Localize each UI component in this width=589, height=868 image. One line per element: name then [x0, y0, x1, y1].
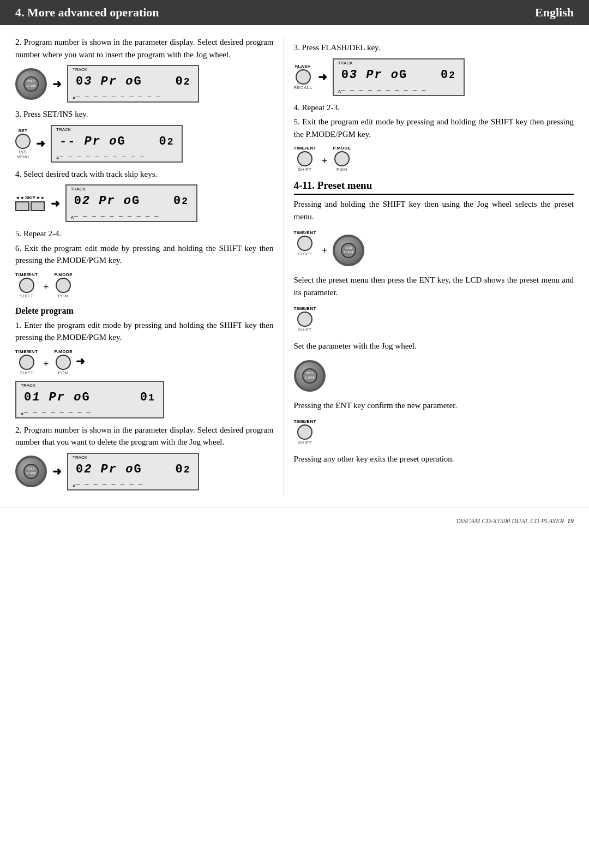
step4-diagram: ◄◄ SKIP ►► ➜ TRACK 02 Pr oG 02 A _ _ _ _…: [15, 184, 274, 222]
ins-label: INS: [19, 149, 27, 154]
right-step3-diagram: FLASH DEL RECALL ➜ TRACK 03 Pr oG 02 A _…: [294, 58, 574, 96]
plus-sign-right: +: [322, 155, 327, 167]
delete-heading: Delete program: [15, 306, 274, 316]
plus-sign-preset: +: [322, 245, 327, 256]
set-label: SET: [18, 128, 27, 133]
confirm-ent-circle: [297, 424, 312, 440]
arrow-icon: ➜: [52, 77, 62, 91]
del1-lcd-text: 01 Pr oG 01: [24, 391, 155, 404]
right3-a: A: [338, 89, 341, 94]
footer-text: TASCAM CD-X1500 DUAL CD PLAYER: [456, 517, 564, 525]
preset-ent-label: TIME/ENT: [294, 306, 316, 311]
preset-time-ent-circle: [297, 236, 312, 251]
recall-label: RECALL: [294, 85, 312, 90]
track-label3: TRACK: [71, 187, 86, 191]
del2-diagram: TASCAM ➜ TRACK 02 Pr oG 02 A _ _ _ _ _ _…: [15, 453, 274, 490]
step4-label: 4. Select desired track with track skip …: [15, 168, 274, 181]
set-param-text: Set the parameter with the Jog wheel.: [294, 340, 574, 352]
step3-label: 3. Press SET/INS key.: [15, 108, 274, 121]
confirm-ent-button: TIME/ENT SHIFT: [294, 419, 316, 445]
memo-label: MEMO: [17, 155, 29, 159]
arrow-del: ➜: [76, 355, 85, 368]
param-tascam: TASCAM: [305, 372, 314, 380]
del1-text: 1. Enter the program edit mode by pressi…: [15, 319, 274, 344]
page-number: 19: [567, 517, 574, 525]
preset-shift-label: SHIFT: [298, 252, 312, 256]
page-header: 4. More advanced operation English: [0, 0, 589, 25]
del2-track: TRACK: [73, 455, 87, 460]
preset-section-heading: 4-11. Preset menu: [294, 179, 574, 195]
track-label2: TRACK: [56, 127, 71, 132]
del-p-mode-button: P.MODE PGM: [55, 349, 73, 375]
page-wrapper: 4. More advanced operation English 2. Pr…: [0, 0, 589, 535]
step2-diagram: TASCAM ➜ TRACK 03 Pr oG 02 A _ _ _ _ _ _…: [15, 65, 274, 103]
param-jog-row: TASCAM: [294, 360, 574, 392]
footer: TASCAM CD-X1500 DUAL CD PLAYER 19: [0, 507, 589, 535]
plus-sign2: +: [43, 358, 49, 370]
preset-tascam: TASCAM: [344, 246, 353, 254]
lcd-text-step3: -- Pr oG 02: [59, 135, 174, 148]
lcd-text-step2: 03 Pr oG 02: [76, 75, 190, 88]
left-column: 2. Program number is shown in the parame…: [15, 36, 284, 496]
skip-btn-right: [31, 201, 45, 211]
preset-time-ent-button: TIME/ENT SHIFT: [294, 230, 316, 256]
arrow-right3: ➜: [318, 70, 327, 83]
language-label: English: [535, 5, 574, 20]
p-mode-button: P.MODE PGM: [55, 272, 73, 298]
time-ent-circle: [19, 278, 34, 293]
right-shift-label: SHIFT: [298, 167, 312, 172]
plus-sign: +: [43, 282, 49, 293]
right3-track: TRACK: [338, 61, 353, 65]
param-jog-wheel: TASCAM: [294, 360, 326, 392]
right-column: 3. Press FLASH/DEL key. FLASH DEL RECALL…: [284, 36, 574, 496]
a-label3: A: [71, 215, 74, 220]
time-ent-button: TIME/ENT SHIFT: [15, 272, 38, 298]
lcd-dashes: _ _ _ _ _ _ _ _ _ _: [76, 91, 190, 98]
lcd-display-step4: TRACK 02 Pr oG 02 A _ _ _ _ _ _ _ _ _ _: [65, 184, 197, 222]
step5-label: 5. Repeat 2-4.: [15, 228, 274, 240]
right-p-mode-label: P.MODE: [333, 146, 351, 151]
preset-intro: Pressing and holding the SHIFT key then …: [294, 198, 574, 223]
del-shift-label: SHIFT: [20, 370, 34, 375]
right-step3-label: 3. Press FLASH/DEL key.: [294, 41, 574, 54]
right3-dashes: _ _ _ _ _ _ _ _ _ _: [341, 84, 456, 92]
del2-dashes: _ _ _ _ _ _ _ _: [76, 478, 190, 486]
preset-ent-button: TIME/ENT SHIFT: [294, 306, 316, 332]
confirm-text: Pressing the ENT key confirm the new par…: [294, 399, 574, 412]
right-p-mode-circle: [334, 151, 350, 166]
preset-buttons-row: TIME/ENT SHIFT + TASCAM: [294, 230, 574, 266]
p-mode-label: P.MODE: [55, 272, 73, 277]
preset-jog-inner: TASCAM: [341, 243, 356, 258]
flash-button: FLASH DEL RECALL: [294, 64, 312, 90]
time-ent-label: TIME/ENT: [15, 272, 38, 277]
preset-select-text: Select the preset menu then press the EN…: [294, 274, 574, 298]
del1-a: A: [21, 411, 23, 416]
preset-ent-row: TIME/ENT SHIFT: [294, 306, 574, 332]
arrow-icon3: ➜: [51, 197, 60, 210]
del2-jog-inner: TASCAM: [23, 464, 39, 479]
jog-wheel: TASCAM: [15, 68, 47, 100]
flash-circle: DEL: [296, 69, 311, 85]
set-btn-circle: [15, 134, 31, 149]
step6-buttons: TIME/ENT SHIFT + P.MODE PGM: [15, 272, 274, 298]
preset-jog-wheel: TASCAM: [333, 235, 364, 266]
del1-track: TRACK: [21, 383, 35, 388]
del2-tascam: TASCAM: [27, 467, 36, 475]
step2-text: 2. Program number is shown in the parame…: [15, 36, 274, 61]
lcd-dashes2: _ _ _ _ _ _ _ _ _ _: [59, 151, 174, 158]
confirm-ent-label: TIME/ENT: [294, 419, 316, 424]
right-time-ent-circle: [297, 151, 312, 166]
right-step3-lcd: TRACK 03 Pr oG 02 A _ _ _ _ _ _ _ _ _ _: [333, 58, 465, 96]
lcd-dashes3: _ _ _ _ _ _ _ _ _ _: [74, 210, 189, 218]
shift-label: SHIFT: [20, 294, 34, 298]
p-mode-circle: [56, 278, 71, 293]
confirm-shift: SHIFT: [298, 440, 312, 445]
right-p-mode-button: P.MODE PGM: [333, 146, 351, 172]
del2-lcd: TRACK 02 Pr oG 02 A _ _ _ _ _ _ _ _: [67, 453, 199, 490]
chapter-title: 4. More advanced operation: [15, 5, 159, 20]
del2-jog-wheel: TASCAM: [15, 456, 47, 487]
set-ins-button: SET INS MEMO: [15, 128, 31, 159]
confirm-btn-row: TIME/ENT SHIFT: [294, 419, 574, 445]
step6-text: 6. Exit the program edit mode by pressin…: [15, 242, 274, 267]
any-key-text: Pressing any other key exits the preset …: [294, 453, 574, 465]
